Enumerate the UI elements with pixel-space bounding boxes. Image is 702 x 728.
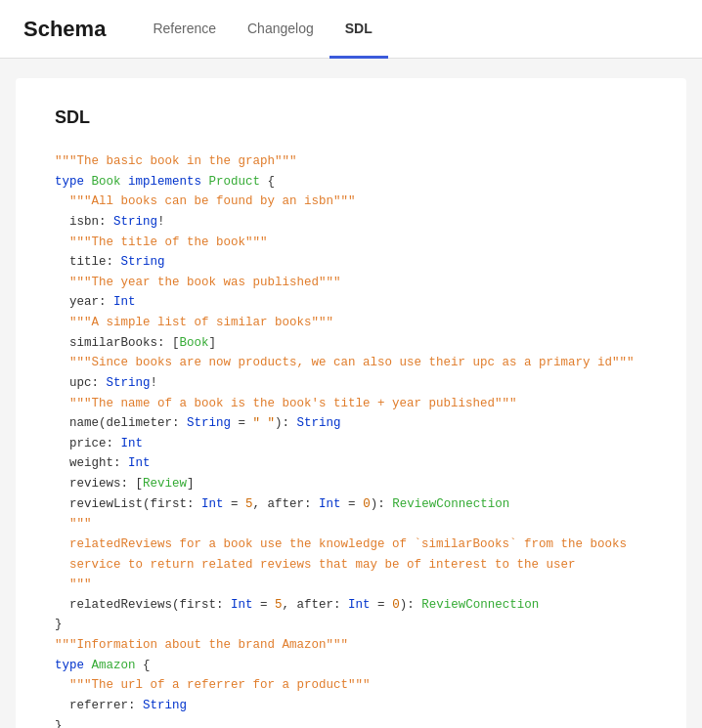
code-line-13: """The name of a book is the book's titl…	[55, 394, 647, 414]
code-line-24: }	[55, 615, 647, 635]
code-line-28: referrer: String	[55, 696, 647, 716]
code-line-1: """The basic book in the graph"""	[55, 151, 647, 172]
code-line-8: year: Int	[55, 292, 647, 313]
code-block: """The basic book in the graph""" type B…	[55, 151, 647, 728]
code-line-10: similarBooks: [Book]	[55, 333, 647, 354]
code-line-4: isbn: String!	[55, 212, 647, 233]
code-line-2: type Book implements Product {	[55, 172, 647, 193]
content-area: SDL """The basic book in the graph""" ty…	[16, 78, 686, 728]
code-line-6: title: String	[55, 252, 647, 273]
tab-changelog[interactable]: Changelog	[232, 1, 329, 59]
code-line-3: """All books can be found by an isbn"""	[55, 192, 647, 212]
code-line-12: upc: String!	[55, 373, 647, 394]
code-line-20: relatedReviews for a book use the knowle…	[55, 535, 647, 555]
code-line-15: price: Int	[55, 434, 647, 454]
code-line-21: service to return related reviews that m…	[55, 555, 647, 576]
section-title: SDL	[55, 107, 647, 128]
code-line-18: reviewList(first: Int = 5, after: Int = …	[55, 494, 647, 515]
code-line-26: type Amazon {	[55, 656, 647, 676]
nav-tabs: Reference Changelog SDL	[137, 0, 387, 58]
code-line-25: """Information about the brand Amazon"""	[55, 635, 647, 656]
code-line-17: reviews: [Review]	[55, 474, 647, 494]
code-line-7: """The year the book was published"""	[55, 273, 647, 293]
tab-sdl[interactable]: SDL	[329, 1, 388, 59]
code-line-5: """The title of the book"""	[55, 233, 647, 253]
code-line-11: """Since books are now products, we can …	[55, 353, 647, 373]
code-line-29: }	[55, 716, 647, 729]
code-line-14: name(delimeter: String = " "): String	[55, 413, 647, 434]
page-header: Schema Reference Changelog SDL	[0, 0, 702, 59]
code-line-9: """A simple list of similar books"""	[55, 313, 647, 333]
code-line-27: """The url of a referrer for a product""…	[55, 675, 647, 696]
code-line-23: relatedReviews(first: Int = 5, after: In…	[55, 595, 647, 616]
code-line-22: """	[55, 575, 647, 595]
tab-reference[interactable]: Reference	[137, 1, 232, 59]
code-line-19: """	[55, 514, 647, 535]
page-title: Schema	[23, 17, 106, 42]
code-line-16: weight: Int	[55, 453, 647, 474]
